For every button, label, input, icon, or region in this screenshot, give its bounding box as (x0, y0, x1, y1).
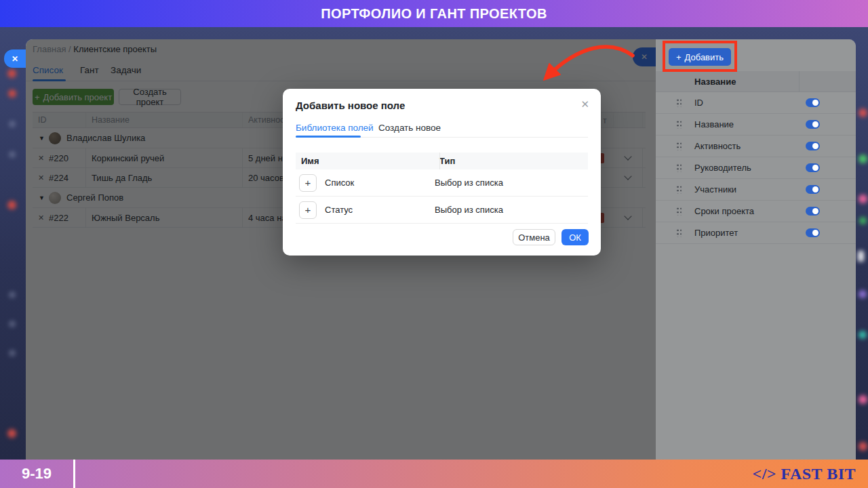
toggle-knob (812, 165, 818, 171)
ok-button[interactable]: ОК (561, 229, 589, 245)
field-toggle[interactable] (806, 207, 820, 216)
modal-close-icon[interactable]: ✕ (580, 98, 589, 110)
background-dot (859, 217, 867, 224)
background-dot (8, 89, 16, 98)
background-dot (7, 69, 16, 78)
modal-field-row: + Статус Выбор из списка (296, 197, 588, 224)
background-dot (859, 331, 867, 339)
background-dot (859, 442, 867, 451)
plus-icon: + (305, 204, 311, 216)
field-toggle[interactable] (806, 163, 820, 172)
field-toggle[interactable] (806, 228, 820, 237)
fields-panel: + Добавить Название ID Название Активнос… (656, 39, 856, 460)
background-dot (858, 251, 864, 262)
add-this-field-button[interactable]: + (299, 174, 317, 192)
field-toggle[interactable] (806, 120, 820, 129)
modal-title: Добавить новое поле (296, 100, 405, 111)
background-dot (859, 195, 867, 203)
footer-divider (73, 460, 75, 488)
toggle-knob (812, 208, 818, 214)
modal-tab-library[interactable]: Библиотека полей (296, 123, 374, 133)
background-dot (9, 350, 16, 357)
background-dot (9, 121, 16, 127)
panel-dim-overlay (656, 39, 856, 460)
field-type: Выбор из списка (435, 178, 503, 188)
background-dot (859, 290, 867, 298)
background-dot (9, 291, 16, 298)
add-field-modal: Добавить новое поле ✕ Библиотека полей С… (283, 89, 601, 256)
plus-icon: + (305, 177, 311, 188)
background-dot (7, 429, 16, 438)
modal-column-name: Имя (301, 156, 439, 166)
field-name: Статус (325, 205, 435, 215)
background-dot (859, 395, 867, 404)
brand-logo: </> FAST BIT (752, 460, 856, 488)
toggle-knob (812, 121, 818, 127)
modal-table-header: Имя Тип (296, 152, 588, 169)
field-toggle[interactable] (806, 142, 820, 150)
modal-header-divider (439, 152, 440, 169)
close-icon: ✕ (12, 54, 18, 64)
modal-column-type: Тип (439, 156, 455, 166)
annotation-arrow (532, 37, 641, 95)
presentation-footer: 9-19 </> FAST BIT (0, 460, 868, 488)
presentation-title: ПОРТФОЛИО И ГАНТ ПРОЕКТОВ (321, 6, 547, 22)
field-type: Выбор из списка (435, 205, 503, 215)
toggle-knob (812, 143, 818, 149)
modal-active-tab-underline (296, 136, 361, 138)
modal-tab-create[interactable]: Создать новое (378, 123, 441, 133)
toggle-knob (812, 186, 818, 192)
toggle-knob (812, 100, 818, 106)
modal-field-row: + Список Выбор из списка (296, 169, 588, 197)
field-toggle[interactable] (806, 98, 820, 107)
toggle-knob (812, 230, 818, 236)
annotation-highlight-rectangle (663, 41, 737, 72)
background-dot (9, 151, 16, 158)
presentation-title-bar: ПОРТФОЛИО И ГАНТ ПРОЕКТОВ (0, 0, 868, 27)
slide-number: 9-19 (0, 460, 73, 488)
field-name: Список (325, 178, 435, 188)
add-this-field-button[interactable]: + (299, 201, 317, 219)
background-dot (859, 108, 867, 117)
field-toggle[interactable] (806, 185, 820, 194)
background-dot (7, 201, 16, 209)
side-close-button[interactable]: ✕ (4, 49, 26, 68)
background-dot (859, 155, 867, 163)
cancel-button[interactable]: Отмена (513, 229, 555, 245)
background-dot (9, 321, 16, 327)
